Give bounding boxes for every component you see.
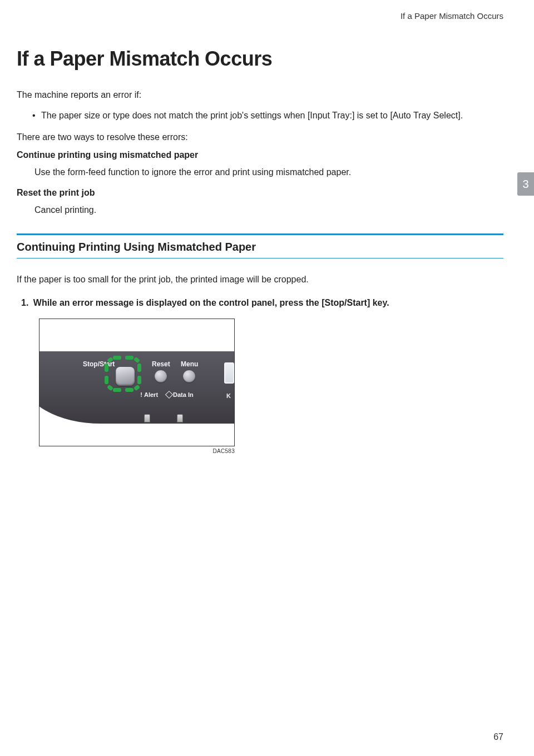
definition-desc: Cancel printing. [17, 203, 503, 217]
exclaim-icon: ! [139, 391, 144, 398]
section-rule-bottom [17, 258, 503, 258]
step-text: While an error message is displayed on t… [33, 298, 389, 307]
step-list: 1. While an error message is displayed o… [17, 296, 503, 454]
figure-box: Stop/Start [39, 319, 235, 446]
definition-list: Continue printing using mismatched paper… [17, 150, 503, 217]
alert-led [144, 414, 150, 422]
definition-term: Continue printing using mismatched paper [17, 150, 503, 160]
stopstart-button[interactable] [116, 367, 135, 386]
alert-label: !Alert [139, 391, 158, 398]
section-intro: If the paper is too small for the print … [17, 273, 503, 286]
page-title: If a Paper Mismatch Occurs [17, 47, 503, 71]
page-number: 67 [493, 732, 503, 742]
step-item: 1. While an error message is displayed o… [21, 296, 503, 454]
error-list-item: The paper size or type does not match th… [32, 109, 503, 122]
section-rule-top [17, 233, 503, 235]
figure: Stop/Start [39, 319, 235, 454]
datain-led [177, 414, 183, 422]
chapter-tab: 3 [517, 172, 534, 196]
definition-desc: Use the form-feed function to ignore the… [17, 166, 503, 179]
page-content: If a Paper Mismatch Occurs The machine r… [0, 0, 534, 454]
display-edge [224, 362, 234, 384]
error-list: The paper size or type does not match th… [17, 109, 503, 122]
resolve-intro: There are two ways to resolve these erro… [17, 132, 503, 142]
menu-label: Menu [181, 360, 198, 368]
figure-code: DAC583 [39, 448, 235, 454]
running-header: If a Paper Mismatch Occurs [400, 11, 503, 21]
k-label: K [226, 392, 231, 399]
reset-label: Reset [152, 360, 170, 368]
step-number: 1. [21, 298, 28, 307]
datain-label: Data In [166, 391, 194, 398]
definition-term: Reset the print job [17, 188, 503, 198]
diamond-icon [165, 391, 173, 399]
intro-text: The machine reports an error if: [17, 88, 503, 101]
section-heading: Continuing Printing Using Mismatched Pap… [17, 241, 503, 253]
